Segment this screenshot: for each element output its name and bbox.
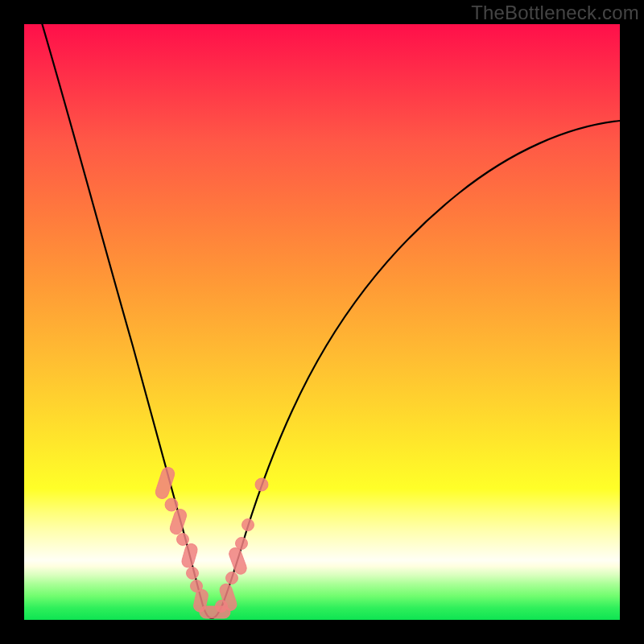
marker-dot: [187, 568, 199, 580]
marker-blob: [180, 543, 199, 569]
marker-dot: [236, 538, 248, 550]
chart-frame: TheBottleneck.com: [0, 0, 644, 644]
plot-area: [24, 24, 620, 620]
marker-dot: [255, 478, 268, 491]
bottleneck-curve: [39, 24, 620, 618]
marker-dot: [177, 534, 189, 546]
marker-dot: [226, 572, 238, 584]
marker-dot: [165, 498, 178, 511]
marker-dot: [242, 519, 254, 531]
marker-blob: [168, 508, 188, 536]
watermark-text: TheBottleneck.com: [471, 2, 639, 24]
marker-blob: [228, 546, 249, 576]
curve-layer: [24, 24, 620, 620]
